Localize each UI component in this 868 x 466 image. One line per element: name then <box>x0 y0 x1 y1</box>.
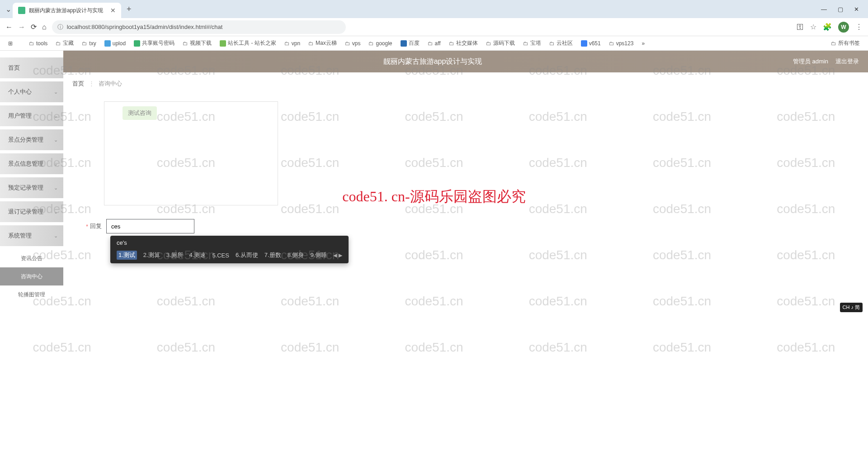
bookmark-item[interactable]: v651 <box>578 38 604 48</box>
ime-candidate[interactable]: 6.从而使 <box>236 251 258 259</box>
window-controls: — ▢ ✕ <box>821 6 864 13</box>
bookmark-item[interactable]: 🗀txy <box>79 38 99 48</box>
bookmark-item[interactable]: 🗀云社区 <box>547 38 576 48</box>
bookmark-item[interactable]: uplod <box>102 38 128 48</box>
maximize-button[interactable]: ▢ <box>838 6 843 13</box>
folder-icon: 🗀 <box>549 40 555 47</box>
bookmark-item[interactable]: 站长工具 - 站长之家 <box>217 38 279 48</box>
ime-next-icon[interactable]: ▶ <box>339 252 342 258</box>
bookmark-item[interactable]: 🗀宝塔 <box>520 38 544 48</box>
bookmark-item[interactable]: 🗀vps <box>342 38 363 48</box>
profile-avatar[interactable]: W <box>838 22 849 33</box>
bookmarks-overflow[interactable]: » <box>639 39 647 48</box>
chat-history-box[interactable]: 测试咨询 <box>104 101 278 205</box>
minimize-button[interactable]: — <box>821 6 827 13</box>
extensions-icon[interactable]: 🧩 <box>823 23 832 31</box>
site-icon <box>104 40 111 47</box>
sidebar-sub-2[interactable]: 轮播图管理 <box>0 285 63 304</box>
ime-candidate[interactable]: 9.侧睡 <box>310 251 327 259</box>
ime-language-indicator[interactable]: CH ♪ 简 <box>840 303 863 312</box>
bookmark-item[interactable]: 🗀aff <box>425 38 443 48</box>
sidebar-item-6[interactable]: 退订记录管理⌄ <box>0 201 63 222</box>
bookmark-star-icon[interactable]: ☆ <box>810 23 816 31</box>
ime-candidate-popup[interactable]: ce's 1.测试2.测算3.厕所4.测速5.CES6.从而使7.册数8.侧身9… <box>110 236 349 263</box>
breadcrumb-current: 咨询中心 <box>99 80 122 87</box>
bookmarks-bar: ⊞ 🗀tools🗀宝藏🗀txyuplod共享账号密码🗀视频下载站长工具 - 站长… <box>0 36 868 51</box>
reply-form-row: * 回复 <box>86 219 859 233</box>
bookmark-item[interactable]: 🗀Max云梯 <box>306 38 340 48</box>
breadcrumb-separator-icon: ⋮ <box>89 80 94 87</box>
bookmark-item[interactable]: 共享账号密码 <box>131 38 177 48</box>
all-bookmarks-button[interactable]: 🗀 所有书签 <box>828 38 863 48</box>
chevron-down-icon: ⌄ <box>54 161 58 167</box>
bookmark-item[interactable]: 🗀vpn <box>282 38 303 48</box>
reply-label: 回复 <box>90 222 102 230</box>
bookmark-item[interactable]: 🗀源码下载 <box>483 38 518 48</box>
sidebar-item-5[interactable]: 预定记录管理⌄ <box>0 177 63 198</box>
sidebar-sub-0[interactable]: 资讯公告 <box>0 249 63 267</box>
close-tab-icon[interactable]: ✕ <box>110 7 116 14</box>
site-icon <box>401 40 407 47</box>
apps-grid-icon[interactable]: ⊞ <box>5 39 15 48</box>
breadcrumb-home[interactable]: 首页 <box>72 80 84 87</box>
header-user-info: 管理员 admin <box>793 57 828 66</box>
browser-menu-icon[interactable]: ⋮ <box>855 23 863 31</box>
ime-candidate[interactable]: 3.厕所 <box>166 251 183 259</box>
folder-icon: 🗀 <box>82 40 87 47</box>
sidebar-item-0[interactable]: 首页 <box>0 57 63 78</box>
sidebar-item-3[interactable]: 景点分类管理⌄ <box>0 129 63 150</box>
forward-button[interactable]: → <box>18 23 25 31</box>
required-indicator: * <box>86 223 88 230</box>
folder-icon: 🗀 <box>449 40 454 47</box>
browser-tab-active[interactable]: 靓丽内蒙古旅游app设计与实现 ✕ <box>13 3 121 18</box>
folder-icon: 🗀 <box>428 40 433 47</box>
password-key-icon[interactable]: ⚿ <box>797 23 804 31</box>
bookmark-item[interactable]: 🗀社交媒体 <box>446 38 481 48</box>
chevron-down-icon: ⌄ <box>54 233 58 239</box>
chevron-down-icon: ⌄ <box>54 113 58 119</box>
home-button[interactable]: ⌂ <box>42 23 47 31</box>
new-tab-button[interactable]: + <box>127 5 132 14</box>
ime-candidate[interactable]: 1.测试 <box>117 251 137 260</box>
folder-icon: 🗀 <box>56 40 61 47</box>
bookmark-item[interactable]: 百度 <box>398 38 422 48</box>
folder-icon: 🗀 <box>523 40 528 47</box>
folder-icon: 🗀 <box>831 40 836 47</box>
logout-link[interactable]: 退出登录 <box>835 57 859 66</box>
tab-list-dropdown[interactable]: ⌄ <box>4 5 13 14</box>
folder-icon: 🗀 <box>308 40 314 47</box>
sidebar: 首页个人中心⌄用户管理⌄景点分类管理⌄景点信息管理⌄预定记录管理⌄退订记录管理⌄… <box>0 51 63 466</box>
address-bar[interactable]: ⓘ localhost:8080/springboot1ya15/admin/d… <box>52 20 346 34</box>
sidebar-item-1[interactable]: 个人中心⌄ <box>0 81 63 102</box>
vue-favicon-icon <box>18 7 25 14</box>
bookmark-item[interactable]: 🗀tools <box>26 38 50 48</box>
bookmark-item[interactable]: 🗀google <box>366 38 395 48</box>
back-button[interactable]: ← <box>5 23 13 31</box>
app-header: 靓丽内蒙古旅游app设计与实现 管理员 admin 退出登录 <box>63 51 868 72</box>
reply-input[interactable] <box>106 219 194 233</box>
reload-button[interactable]: ⟳ <box>31 23 37 31</box>
bookmark-item[interactable]: 🗀视频下载 <box>180 38 214 48</box>
sidebar-item-2[interactable]: 用户管理⌄ <box>0 105 63 126</box>
site-icon <box>220 40 226 47</box>
bookmark-item[interactable]: 🗀宝藏 <box>53 38 76 48</box>
bookmark-item[interactable] <box>18 38 24 48</box>
ime-candidate[interactable]: 2.测算 <box>143 251 160 259</box>
ime-candidate[interactable]: 5.CES <box>212 252 229 259</box>
ime-candidate[interactable]: 4.测速 <box>189 251 206 259</box>
chat-message-bubble: 测试咨询 <box>123 106 157 120</box>
sidebar-item-7[interactable]: 系统管理⌄ <box>0 225 63 246</box>
tab-title: 靓丽内蒙古旅游app设计与实现 <box>29 7 103 14</box>
bookmark-item[interactable]: 🗀vps123 <box>606 38 637 48</box>
folder-icon: 🗀 <box>345 40 350 47</box>
folder-icon: 🗀 <box>368 40 374 47</box>
close-window-button[interactable]: ✕ <box>854 6 859 13</box>
sidebar-item-4[interactable]: 景点信息管理⌄ <box>0 153 63 174</box>
ime-candidate[interactable]: 7.册数 <box>264 251 281 259</box>
folder-icon: 🗀 <box>183 40 188 47</box>
folder-icon: 🗀 <box>29 40 34 47</box>
browser-tab-strip: ⌄ 靓丽内蒙古旅游app设计与实现 ✕ + — ▢ ✕ <box>0 0 868 18</box>
ime-prev-icon[interactable]: ◀ <box>333 252 337 258</box>
ime-candidate[interactable]: 8.侧身 <box>288 251 304 259</box>
sidebar-sub-1[interactable]: 咨询中心 <box>0 267 63 285</box>
